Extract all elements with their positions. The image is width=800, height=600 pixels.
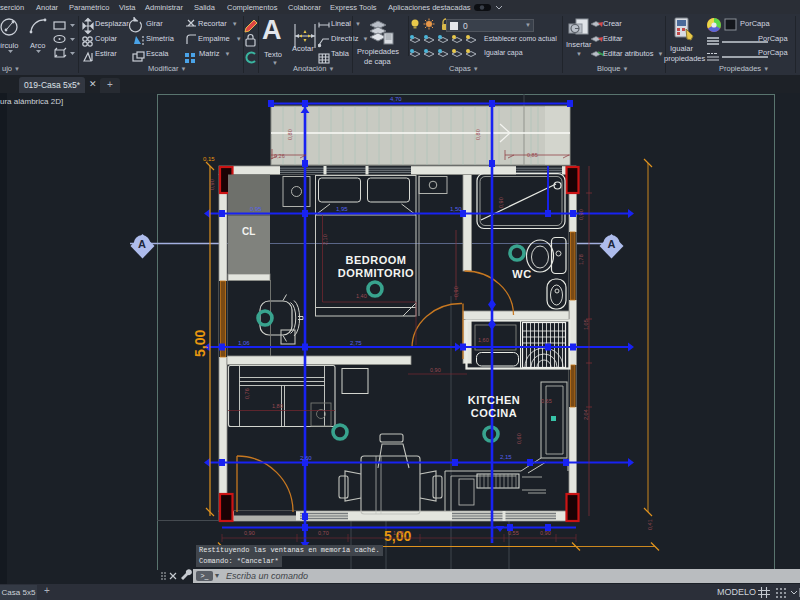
svg-text:1,50: 1,50 bbox=[450, 206, 462, 212]
svg-text:1,40: 1,40 bbox=[356, 293, 367, 299]
svg-text:0,26: 0,26 bbox=[274, 153, 285, 159]
svg-text:0,90: 0,90 bbox=[244, 530, 255, 536]
svg-text:0,90: 0,90 bbox=[578, 209, 584, 220]
svg-text:BEDROOM: BEDROOM bbox=[346, 254, 407, 266]
svg-text:0,41: 0,41 bbox=[647, 519, 653, 530]
svg-text:0,90: 0,90 bbox=[498, 197, 504, 208]
svg-text:CL: CL bbox=[242, 226, 255, 237]
svg-text:DORMITORIO: DORMITORIO bbox=[338, 267, 414, 279]
svg-text:1,80: 1,80 bbox=[272, 403, 283, 409]
svg-text:1,05: 1,05 bbox=[583, 319, 589, 330]
svg-text:ura alámbrica 2D]: ura alámbrica 2D] bbox=[0, 97, 63, 106]
svg-text:COCINA: COCINA bbox=[471, 407, 517, 419]
svg-text:0,95: 0,95 bbox=[250, 206, 262, 212]
svg-text:2,10: 2,10 bbox=[322, 234, 328, 245]
svg-text:2,75: 2,75 bbox=[350, 340, 362, 346]
svg-text:A: A bbox=[608, 238, 616, 250]
svg-text:0,15: 0,15 bbox=[203, 156, 215, 162]
svg-text:1,78: 1,78 bbox=[578, 254, 584, 265]
svg-text:2,60: 2,60 bbox=[300, 455, 312, 461]
svg-text:1,95: 1,95 bbox=[336, 206, 348, 212]
svg-text:0,90: 0,90 bbox=[430, 367, 441, 373]
svg-text:0,90: 0,90 bbox=[209, 179, 215, 190]
svg-text:5,00: 5,00 bbox=[192, 330, 208, 357]
svg-text:0,70: 0,70 bbox=[318, 530, 329, 536]
svg-text:2,15: 2,15 bbox=[500, 454, 512, 460]
svg-text:KITCHEN: KITCHEN bbox=[468, 394, 520, 406]
svg-text:4,70: 4,70 bbox=[390, 96, 402, 102]
svg-text:WC: WC bbox=[512, 268, 531, 280]
svg-text:A: A bbox=[138, 238, 146, 250]
svg-text:1,06: 1,06 bbox=[238, 340, 250, 346]
svg-text:0,55: 0,55 bbox=[508, 530, 519, 536]
svg-text:1,50: 1,50 bbox=[393, 530, 404, 536]
svg-text:0,90: 0,90 bbox=[540, 530, 551, 536]
svg-text:0,80: 0,80 bbox=[287, 129, 293, 140]
svg-text:2,04: 2,04 bbox=[583, 409, 589, 420]
svg-text:0,65: 0,65 bbox=[541, 398, 552, 404]
svg-text:1,60: 1,60 bbox=[478, 337, 489, 343]
svg-text:0,60: 0,60 bbox=[516, 433, 522, 444]
svg-text:0,76: 0,76 bbox=[244, 388, 250, 399]
svg-text:0,80: 0,80 bbox=[475, 129, 481, 140]
